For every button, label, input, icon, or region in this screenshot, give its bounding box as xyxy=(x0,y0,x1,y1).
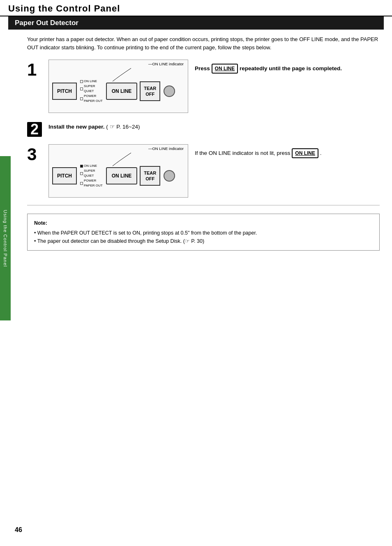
section-header: Paper Out Detector xyxy=(8,16,384,30)
separator xyxy=(27,205,380,205)
step-3-description: If the ON LINE indicator is not lit, pre… xyxy=(195,144,380,158)
press-online-3: ON LINE xyxy=(292,148,318,158)
step-2-ref: ( ☞ P. 16~24) xyxy=(106,124,140,130)
side-label-text: Using the Control Panel xyxy=(3,210,8,267)
note-item-2: The paper out detector can be disabled t… xyxy=(34,237,373,245)
note-title: Note: xyxy=(34,219,373,227)
note-item-1: When the PAPER OUT DETECT is set to ON, … xyxy=(34,229,373,237)
step-1-description: Press ON LINE repeatedly until the page … xyxy=(195,60,380,74)
step-3-diagram: —ON LINE indicator PITCH ON LINE SUPERQU… xyxy=(48,144,188,198)
step-1-diagram: —ON LINE indicator PITCH ON LINE SUPERQU… xyxy=(48,60,188,113)
step-2-description: Install the new paper. ( ☞ P. 16~24) xyxy=(48,120,380,131)
step-3-row: 3 —ON LINE indicator PITCH ON LINE SUPER… xyxy=(27,144,380,198)
press-online-1: ON LINE xyxy=(212,64,238,74)
page-number: 46 xyxy=(15,526,22,534)
step-3-number: 3 xyxy=(27,146,42,163)
step-2-text: Install the new paper. xyxy=(48,124,105,130)
step-1-number: 1 xyxy=(27,61,42,78)
diagram-1-svg xyxy=(49,60,180,105)
diagram-3-svg xyxy=(49,145,180,190)
note-list: When the PAPER OUT DETECT is set to ON, … xyxy=(34,229,373,245)
step-2-number: 2 xyxy=(27,122,42,137)
page-title: Using the Control Panel xyxy=(8,3,120,14)
side-label: Using the Control Panel xyxy=(0,156,11,320)
page-title-bar: Using the Control Panel xyxy=(0,0,392,16)
intro-paragraph: Your printer has a paper out detector. W… xyxy=(27,35,380,51)
section-header-text: Paper Out Detector xyxy=(15,19,78,27)
note-box: Note: When the PAPER OUT DETECT is set t… xyxy=(27,214,380,251)
step-1-row: 1 —ON LINE indicator PITCH ON LINE SUPER… xyxy=(27,60,380,113)
step-2-row: 2 Install the new paper. ( ☞ P. 16~24) xyxy=(27,120,380,137)
